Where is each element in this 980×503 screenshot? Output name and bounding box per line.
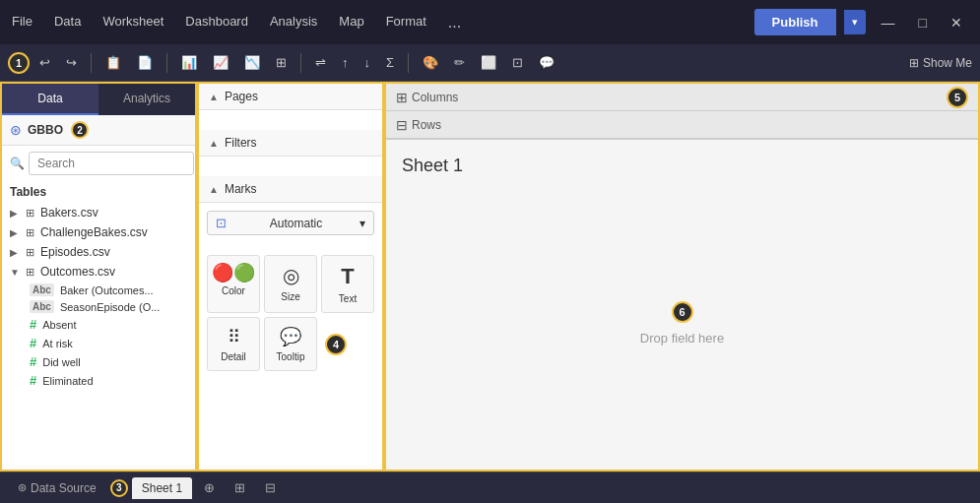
title-bar: File Data Worksheet Dashboard Analysis M…	[0, 0, 980, 44]
badge-3: 3	[110, 479, 128, 497]
table-row[interactable]: ▶ ⊞ ChallengeBakes.csv	[2, 222, 195, 242]
collapse-icon[interactable]: ▲	[209, 184, 219, 195]
paste-button[interactable]: 📄	[131, 51, 159, 74]
add-sheet-button[interactable]: ⊕	[196, 476, 223, 499]
chart1-button[interactable]: 📊	[175, 51, 203, 74]
grid-button[interactable]: ⊞	[270, 51, 293, 74]
tab-data[interactable]: Data	[2, 84, 98, 115]
list-item[interactable]: Abc Baker (Outcomes...	[2, 282, 195, 298]
marks-type-label: Automatic	[270, 217, 322, 230]
text-label: Text	[339, 293, 357, 304]
expand-icon: ▶	[10, 227, 20, 238]
list-item[interactable]: # Absent	[2, 315, 195, 334]
redo-button[interactable]: ↪	[60, 51, 83, 74]
color-button[interactable]: 🎨	[417, 51, 444, 74]
sheet1-tab[interactable]: Sheet 1	[132, 477, 192, 499]
sort-desc-button[interactable]: ↓	[359, 51, 377, 74]
menu-analysis[interactable]: Analysis	[268, 10, 319, 35]
field-type-icon: Abc	[30, 283, 54, 296]
tables-label: Tables	[2, 181, 195, 203]
maximize-button[interactable]: □	[911, 11, 935, 34]
columns-shelf: ⊞ Columns 5	[386, 84, 978, 111]
size-button[interactable]: ⊡	[506, 51, 529, 74]
rows-text: Rows	[412, 118, 441, 132]
add-dashboard-button[interactable]: ⊞	[227, 476, 253, 499]
marks-type-dropdown[interactable]: ⊡ Automatic ▾	[207, 211, 374, 235]
tooltip-button[interactable]: 💬	[533, 51, 560, 74]
field-type-icon: #	[30, 317, 36, 332]
label-button[interactable]: ✏	[448, 51, 471, 74]
marks-label: Marks	[225, 182, 257, 196]
pages-label: Pages	[225, 90, 258, 103]
show-me-icon: ⊞	[909, 56, 919, 70]
menu-file[interactable]: File	[10, 10, 34, 35]
list-item[interactable]: Abc SeasonEpisode (O...	[2, 298, 195, 315]
text-mark-button[interactable]: T Text	[321, 255, 374, 313]
menu-format[interactable]: Format	[384, 10, 428, 35]
search-row: 🔍 ⊡ ▾	[2, 146, 195, 181]
collapse-icon[interactable]: ▲	[209, 92, 219, 102]
search-icon: 🔍	[10, 157, 25, 170]
tooltip-icon: 💬	[280, 326, 301, 347]
table-row[interactable]: ▶ ⊞ Bakers.csv	[2, 203, 195, 222]
list-item[interactable]: # At risk	[2, 334, 195, 352]
size-label: Size	[281, 291, 299, 302]
more-menu[interactable]: ...	[446, 10, 463, 35]
list-item[interactable]: # Did well	[2, 352, 195, 371]
shelf-area: ⊞ Columns 5 ⊟ Rows	[386, 84, 978, 140]
filters-label: Filters	[225, 136, 257, 150]
tooltip-mark-button[interactable]: 💬 Tooltip	[264, 317, 317, 371]
columns-label: ⊞ Columns	[396, 90, 458, 105]
close-button[interactable]: ✕	[943, 11, 970, 34]
aggregate-button[interactable]: Σ	[380, 51, 400, 74]
size-mark-button[interactable]: ◎ Size	[264, 255, 317, 313]
new-datasource-button[interactable]: 📋	[99, 51, 127, 74]
size-icon: ◎	[283, 264, 299, 287]
sort-asc-button[interactable]: ↑	[336, 51, 355, 74]
publish-button[interactable]: Publish	[754, 9, 836, 35]
add-story-button[interactable]: ⊟	[257, 476, 284, 499]
menu-dashboard[interactable]: Dashboard	[183, 10, 250, 35]
list-item[interactable]: # Eliminated	[2, 371, 195, 390]
show-me-button[interactable]: ⊞ Show Me	[909, 56, 972, 70]
data-source-row: ⊛ GBBO 2	[2, 115, 195, 146]
field-name: At risk	[42, 338, 73, 349]
menu-worksheet[interactable]: Worksheet	[100, 10, 165, 35]
detail-label: Detail	[221, 351, 246, 362]
menu-data[interactable]: Data	[52, 10, 83, 35]
table-name: ChallengeBakes.csv	[40, 225, 187, 239]
pages-section: ▲ Pages	[199, 84, 382, 110]
tab-analytics[interactable]: Analytics	[98, 84, 195, 115]
chart2-button[interactable]: 📈	[207, 51, 234, 74]
publish-dropdown[interactable]: ▾	[844, 10, 866, 34]
table-name: Outcomes.csv	[40, 265, 187, 279]
rows-shelf: ⊟ Rows	[386, 111, 978, 139]
fit-button[interactable]: ⬜	[475, 51, 502, 74]
bottom-bar: ⊛ Data Source 3 Sheet 1 ⊕ ⊞ ⊟	[0, 472, 980, 503]
swap-button[interactable]: ⇌	[309, 51, 332, 74]
rows-label: ⊟ Rows	[396, 117, 441, 133]
chart3-button[interactable]: 📉	[238, 51, 266, 74]
data-source-tab[interactable]: ⊛ Data Source	[8, 477, 106, 499]
table-name: Episodes.csv	[40, 245, 187, 259]
toolbar: 1 ↩ ↪ 📋 📄 📊 📈 📉 ⊞ ⇌ ↑ ↓ Σ 🎨 ✏ ⬜ ⊡ 💬 ⊞ Sh…	[0, 44, 980, 82]
undo-button[interactable]: ↩	[33, 51, 56, 74]
field-type-icon: #	[30, 336, 36, 350]
color-icon: 🔴🟢	[212, 264, 255, 282]
search-input[interactable]	[29, 152, 194, 175]
drop-zone[interactable]: 6 Drop field here	[402, 192, 962, 454]
marks-grid: 🔴🟢 Color ◎ Size T Text ⠿ Detail 💬 Toolti…	[199, 247, 382, 379]
detail-mark-button[interactable]: ⠿ Detail	[207, 317, 260, 371]
table-row[interactable]: ▶ ⊞ Episodes.csv	[2, 242, 195, 262]
collapse-icon: ▼	[10, 267, 20, 278]
field-name: Baker (Outcomes...	[60, 284, 154, 296]
sheet-label: Sheet 1	[142, 481, 182, 495]
field-name: Absent	[42, 319, 76, 331]
minimize-button[interactable]: —	[874, 11, 903, 34]
toolbar-separator-1	[91, 53, 92, 73]
table-row[interactable]: ▼ ⊞ Outcomes.csv	[2, 262, 195, 282]
collapse-icon[interactable]: ▲	[209, 138, 219, 149]
field-name: SeasonEpisode (O...	[60, 301, 161, 313]
menu-map[interactable]: Map	[337, 10, 365, 35]
color-mark-button[interactable]: 🔴🟢 Color	[207, 255, 260, 313]
